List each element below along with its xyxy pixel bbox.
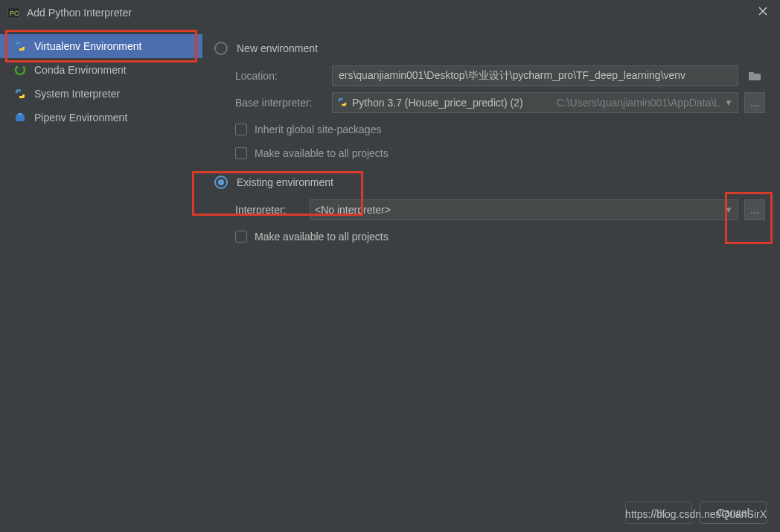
location-label: Location: <box>235 70 332 82</box>
inherit-packages-checkbox[interactable] <box>235 124 247 135</box>
sidebar-item-label: Virtualenv Environment <box>34 40 141 52</box>
svg-rect-4 <box>18 113 22 115</box>
titlebar: PC Add Python Interpreter <box>0 0 780 25</box>
dialog-footer: OK Cancel <box>0 493 780 532</box>
interpreter-row: Interpreter: <No interpreter> ▼ ... <box>235 199 765 220</box>
python-icon <box>337 97 348 109</box>
existing-environment-row: Existing environment <box>214 171 765 193</box>
svg-text:PC: PC <box>10 10 19 17</box>
sidebar: Virtualenv Environment Conda Environment… <box>0 25 202 493</box>
inherit-packages-label: Inherit global site-packages <box>255 124 381 135</box>
existing-environment-radio[interactable] <box>214 176 228 189</box>
interpreter-dropdown[interactable]: <No interpreter> ▼ <box>310 199 738 220</box>
sidebar-item-label: Pipenv Environment <box>34 112 127 124</box>
chevron-down-icon: ▼ <box>724 97 733 108</box>
location-input[interactable]: ers\quanjiamin001\Desktop\毕业设计\pycharm_p… <box>332 65 738 86</box>
cancel-button[interactable]: Cancel <box>700 501 767 524</box>
chevron-down-icon: ▼ <box>724 205 733 215</box>
sidebar-item-system[interactable]: System Interpreter <box>0 82 202 106</box>
sidebar-item-label: System Interpreter <box>34 88 120 100</box>
new-make-available-row: Make available to all projects <box>235 143 765 164</box>
close-icon[interactable] <box>758 6 768 19</box>
new-environment-radio[interactable] <box>214 42 228 55</box>
base-interpreter-path: C:\Users\quanjiamin001\AppData\L <box>557 97 720 109</box>
existing-make-available-label: Make available to all projects <box>255 231 389 243</box>
base-interpreter-value: Python 3.7 (House_price_predict) (2) <box>352 97 552 109</box>
sidebar-item-label: Conda Environment <box>34 64 127 76</box>
interpreter-value: <No interpreter> <box>315 204 720 216</box>
base-interpreter-label: Base interpreter: <box>235 97 332 109</box>
conda-icon <box>13 64 27 76</box>
pipenv-icon <box>13 112 27 124</box>
location-row: Location: ers\quanjiamin001\Desktop\毕业设计… <box>235 65 765 86</box>
interpreter-label: Interpreter: <box>235 204 310 216</box>
new-make-available-label: Make available to all projects <box>255 147 389 159</box>
browse-button[interactable]: ... <box>744 199 765 220</box>
browse-button[interactable]: ... <box>744 92 765 113</box>
python-icon <box>13 40 27 52</box>
content-panel: New environment Location: ers\quanjiamin… <box>202 25 780 493</box>
svg-rect-3 <box>16 115 25 121</box>
main-area: Virtualenv Environment Conda Environment… <box>0 25 780 493</box>
existing-environment-label: Existing environment <box>237 176 333 188</box>
new-environment-label: New environment <box>237 42 318 54</box>
base-interpreter-row: Base interpreter: Python 3.7 (House_pric… <box>235 92 765 113</box>
window-title: Add Python Interpreter <box>27 7 132 19</box>
base-interpreter-dropdown[interactable]: Python 3.7 (House_price_predict) (2) C:\… <box>332 92 738 113</box>
location-value: ers\quanjiamin001\Desktop\毕业设计\pycharm_p… <box>339 69 685 83</box>
pycharm-icon: PC <box>7 7 19 19</box>
new-environment-row: New environment <box>214 37 765 60</box>
sidebar-item-virtualenv[interactable]: Virtualenv Environment <box>0 34 202 58</box>
ok-button[interactable]: OK <box>625 501 692 524</box>
sidebar-item-pipenv[interactable]: Pipenv Environment <box>0 106 202 129</box>
python-icon <box>13 88 27 100</box>
svg-point-2 <box>16 65 25 74</box>
sidebar-item-conda[interactable]: Conda Environment <box>0 58 202 82</box>
new-make-available-checkbox[interactable] <box>235 147 247 159</box>
existing-make-available-row: Make available to all projects <box>235 226 765 247</box>
inherit-packages-row: Inherit global site-packages <box>235 119 765 140</box>
folder-icon[interactable] <box>744 65 765 86</box>
existing-make-available-checkbox[interactable] <box>235 231 247 243</box>
